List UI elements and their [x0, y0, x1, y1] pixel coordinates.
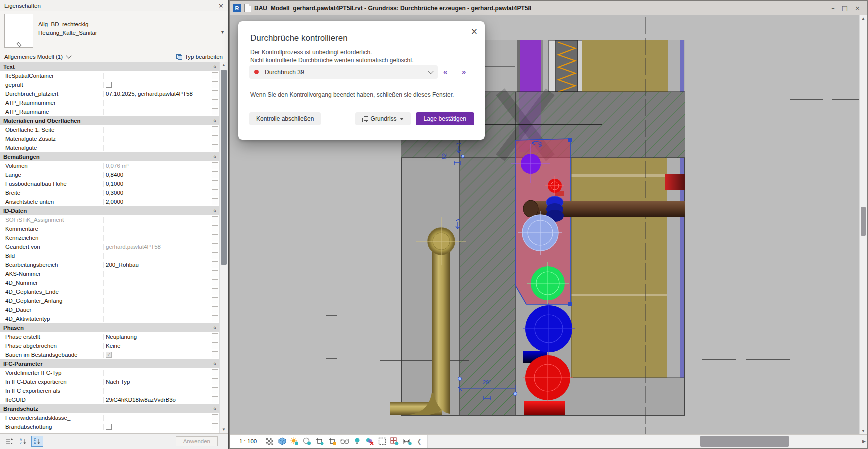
property-value[interactable] [104, 125, 210, 134]
associate-parameter-button[interactable] [212, 108, 218, 115]
property-value[interactable] [104, 278, 210, 287]
property-value[interactable] [104, 386, 210, 395]
section-header-text[interactable]: Text« [0, 62, 220, 71]
associate-parameter-button[interactable] [212, 387, 218, 394]
edit-type-button[interactable]: Typ bearbeiten [170, 51, 228, 62]
tan-wall-right[interactable] [571, 158, 667, 378]
property-value[interactable] [104, 71, 210, 80]
sort-az-icon[interactable]: AZ [17, 436, 29, 447]
section-header-materialien-und-oberfl-chen[interactable]: Materialien und Oberflächen« [0, 116, 220, 125]
associate-parameter-button[interactable] [212, 171, 218, 178]
chevron-down-icon[interactable] [66, 53, 71, 58]
property-value[interactable] [104, 287, 210, 296]
properties-panel-header[interactable]: Eigenschaften × [0, 0, 228, 11]
selection-grip[interactable] [568, 302, 572, 306]
associate-parameter-button[interactable] [212, 81, 218, 88]
associate-parameter-button[interactable] [212, 126, 218, 133]
property-value[interactable] [104, 269, 210, 278]
associate-parameter-button[interactable] [212, 297, 218, 304]
associate-parameter-button[interactable] [212, 378, 218, 385]
close-icon[interactable]: × [471, 26, 478, 36]
property-value[interactable] [104, 143, 210, 152]
shadows-icon[interactable] [302, 437, 312, 446]
sort-za-icon[interactable]: ZA [31, 436, 43, 447]
detail-level-icon[interactable] [265, 437, 274, 446]
property-value[interactable] [104, 80, 210, 89]
associate-parameter-button[interactable] [212, 162, 218, 169]
property-value[interactable]: 07.10.2025, gerhard.pawlat4PT58 [104, 89, 210, 98]
close-icon[interactable]: × [855, 4, 860, 12]
associate-parameter-button[interactable] [212, 279, 218, 286]
checkbox[interactable] [106, 424, 112, 430]
purple-duct-wall[interactable] [519, 40, 541, 92]
property-value[interactable] [104, 215, 210, 224]
checkbox[interactable] [106, 82, 112, 88]
collapse-section-icon[interactable]: « [212, 209, 218, 212]
property-value[interactable]: 200_Rohbau [104, 260, 210, 269]
collapse-section-icon[interactable]: « [212, 407, 218, 410]
property-value[interactable]: gerhard.pawlat4PT58 [104, 242, 210, 251]
associate-parameter-button[interactable] [212, 306, 218, 313]
selection-box-icon[interactable] [377, 437, 387, 446]
minimize-icon[interactable]: – [831, 4, 835, 12]
scale-button[interactable]: 1 : 100 [234, 437, 262, 445]
property-value[interactable]: 0,8400 [104, 170, 210, 179]
associate-parameter-button[interactable] [212, 144, 218, 151]
property-value[interactable]: Keine [104, 341, 210, 350]
associate-parameter-button[interactable] [212, 333, 218, 340]
durchbruch-dropdown[interactable]: Durchbruch 39 [249, 65, 438, 79]
associate-parameter-button[interactable] [212, 270, 218, 277]
property-value[interactable] [104, 422, 210, 431]
hide-isolate-icon[interactable] [340, 437, 349, 446]
collapse-section-icon[interactable]: « [212, 362, 218, 365]
property-value[interactable]: Nach Typ [104, 377, 210, 386]
tan-wall-top[interactable] [582, 40, 668, 92]
sun-path-icon[interactable] [290, 437, 299, 446]
next-button[interactable]: » [462, 67, 466, 76]
collapse-section-icon[interactable]: « [212, 119, 218, 122]
scroll-down-icon[interactable]: ▼ [220, 426, 228, 433]
scrollbar-thumb[interactable] [861, 207, 866, 236]
associate-parameter-button[interactable] [212, 135, 218, 142]
property-value[interactable]: 0,1000 [104, 179, 210, 188]
selection-grip[interactable] [568, 138, 572, 142]
finish-control-button[interactable]: Kontrolle abschließen [249, 112, 321, 125]
section-header-brandschutz[interactable]: Brandschutz« [0, 404, 220, 413]
associate-parameter-button[interactable] [212, 396, 218, 403]
associate-parameter-button[interactable] [212, 216, 218, 223]
property-value[interactable] [104, 233, 210, 242]
associate-parameter-button[interactable] [212, 288, 218, 295]
crop-view-icon[interactable] [315, 437, 324, 446]
associate-parameter-button[interactable] [212, 414, 218, 421]
associate-parameter-button[interactable] [212, 252, 218, 259]
view-mode-button[interactable]: Grundriss [355, 112, 411, 125]
property-value[interactable] [104, 296, 210, 305]
property-value[interactable] [104, 314, 210, 323]
section-header-bema-ungen[interactable]: Bemaßungen« [0, 152, 220, 161]
crop-visibility-icon[interactable] [327, 437, 337, 446]
collapse-section-icon[interactable]: « [212, 326, 218, 329]
chevron-down-icon[interactable]: ▾ [221, 29, 224, 35]
vertical-scrollbar[interactable]: ▲ ▼ [859, 15, 867, 435]
window-titlebar[interactable]: R BAU_Modell_gerhard.pawlat4PT58.rvt - G… [230, 1, 867, 16]
reveal-hidden-icon[interactable] [352, 437, 362, 446]
property-value[interactable] [104, 134, 210, 143]
section-header-id-daten[interactable]: ID-Daten« [0, 206, 220, 215]
collapse-section-icon[interactable]: « [212, 65, 218, 68]
property-value[interactable] [104, 251, 210, 260]
associate-parameter-button[interactable] [212, 99, 218, 106]
scroll-right-icon[interactable]: ▶ [862, 435, 866, 448]
associate-parameter-button[interactable] [212, 261, 218, 268]
associate-parameter-button[interactable] [212, 243, 218, 250]
associate-parameter-button[interactable] [212, 72, 218, 79]
checkbox[interactable] [106, 352, 112, 358]
property-value[interactable] [104, 305, 210, 314]
associate-parameter-button[interactable] [212, 315, 218, 322]
element-filter-label[interactable]: Allgemeines Modell (1) [0, 54, 63, 60]
property-value[interactable] [104, 413, 210, 422]
property-value[interactable] [104, 224, 210, 233]
associate-parameter-button[interactable] [212, 342, 218, 349]
worksets-icon[interactable] [365, 437, 374, 446]
type-selector[interactable]: Allg_BD_rechteckig Heizung_Kälte_Sanitär… [0, 11, 228, 51]
scroll-up-icon[interactable]: ▲ [860, 15, 867, 22]
